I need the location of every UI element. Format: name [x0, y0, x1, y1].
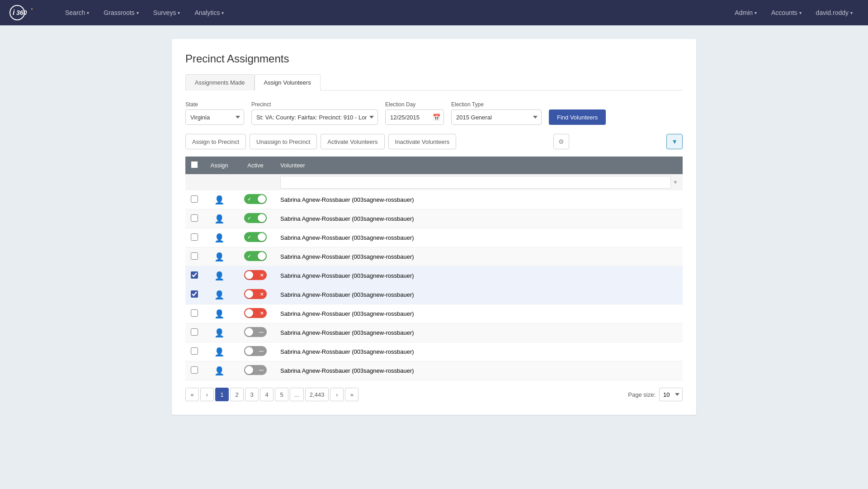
row-active-cell: ✕ — [235, 285, 276, 304]
header-assign: Assign — [203, 157, 235, 174]
tab-assignments-made[interactable]: Assignments Made — [185, 74, 255, 90]
nav-user[interactable]: david.roddy ▾ — [810, 5, 859, 20]
logo-text: i 360 ° — [9, 6, 45, 18]
row-checkbox[interactable] — [191, 366, 198, 374]
row-checkbox[interactable] — [191, 347, 198, 355]
table-row: 👤✓Sabrina Agnew-Rossbauer (003sagnew-ros… — [185, 209, 683, 228]
dash-icon: — — [259, 330, 264, 335]
election-type-select[interactable]: 2015 General — [451, 109, 542, 125]
person-icon[interactable]: 👤 — [214, 214, 224, 223]
page-card: Precinct Assignments Assignments Made As… — [172, 39, 696, 415]
person-icon[interactable]: 👤 — [214, 252, 224, 261]
election-type-label: Election Type — [451, 101, 542, 108]
pagination-next[interactable]: › — [330, 388, 344, 401]
header-volunteer: Volunteer — [276, 157, 683, 174]
row-active-cell: ✕ — [235, 266, 276, 285]
person-icon[interactable]: 👤 — [214, 347, 224, 356]
inactivate-volunteers-button[interactable]: Inactivate Volunteers — [388, 134, 457, 149]
nav-analytics[interactable]: Analytics ▾ — [188, 5, 230, 20]
pagination: « ‹ 1 2 3 4 5 ... 2,443 › » — [185, 388, 359, 401]
activate-volunteers-button[interactable]: Activate Volunteers — [321, 134, 384, 149]
volunteer-filter-input[interactable] — [280, 176, 671, 189]
active-toggle[interactable]: ✓ — [244, 251, 267, 261]
filter-icon-button[interactable]: ▼ — [666, 134, 683, 149]
pagination-page-3[interactable]: 3 — [245, 388, 259, 401]
table-row: 👤✕Sabrina Agnew-Rossbauer (003sagnew-ros… — [185, 304, 683, 323]
toggle-knob — [258, 252, 266, 260]
precinct-select[interactable]: St: VA: County: Fairfax: Precinct: 910 -… — [251, 109, 378, 125]
row-checkbox[interactable] — [191, 328, 198, 336]
row-checkbox[interactable] — [191, 271, 198, 279]
active-toggle[interactable]: ✕ — [244, 308, 267, 318]
nav-accounts[interactable]: Accounts ▾ — [765, 5, 808, 20]
find-volunteers-button[interactable]: Find Volunteers — [549, 109, 606, 125]
row-checkbox[interactable] — [191, 233, 198, 241]
person-icon[interactable]: 👤 — [214, 328, 224, 337]
nav-links: Search ▾ Grassroots ▾ Surveys ▾ Analytic… — [59, 5, 728, 20]
row-assign-cell: 👤 — [203, 323, 235, 342]
table-row: 👤—Sabrina Agnew-Rossbauer (003sagnew-ros… — [185, 361, 683, 380]
row-checkbox[interactable] — [191, 195, 198, 203]
row-checkbox[interactable] — [191, 309, 198, 317]
row-checkbox-cell — [185, 266, 203, 285]
row-assign-cell: 👤 — [203, 361, 235, 380]
navbar: i 360 ° Search ▾ Grassroots ▾ Surveys ▾ … — [0, 0, 868, 25]
row-active-cell: ✓ — [235, 209, 276, 228]
pagination-first[interactable]: « — [185, 388, 199, 401]
person-icon[interactable]: 👤 — [214, 271, 224, 280]
active-toggle[interactable]: — — [244, 327, 267, 337]
pagination-page-5[interactable]: 5 — [275, 388, 288, 401]
filter-funnel-icon: ▼ — [673, 179, 678, 185]
select-all-checkbox[interactable] — [191, 161, 198, 168]
row-checkbox[interactable] — [191, 214, 198, 222]
dash-icon: — — [259, 368, 264, 373]
row-checkbox-cell — [185, 361, 203, 380]
tab-assign-volunteers[interactable]: Assign Volunteers — [255, 74, 321, 90]
person-icon[interactable]: 👤 — [214, 309, 224, 318]
person-icon[interactable]: 👤 — [214, 366, 224, 375]
active-toggle[interactable]: — — [244, 365, 267, 375]
nav-grassroots[interactable]: Grassroots ▾ — [97, 5, 145, 20]
row-checkbox[interactable] — [191, 252, 198, 260]
header-checkbox — [185, 157, 203, 174]
person-icon[interactable]: 👤 — [214, 195, 224, 204]
precinct-label: Precinct — [251, 101, 378, 108]
nav-search[interactable]: Search ▾ — [59, 5, 95, 20]
check-icon: ✓ — [247, 197, 251, 202]
row-assign-cell: 👤 — [203, 304, 235, 323]
person-icon[interactable]: 👤 — [214, 290, 224, 299]
pagination-last-page[interactable]: 2,443 — [305, 388, 329, 401]
row-assign-cell: 👤 — [203, 285, 235, 304]
pagination-page-4[interactable]: 4 — [260, 388, 274, 401]
active-toggle[interactable]: — — [244, 346, 267, 356]
row-assign-cell: 👤 — [203, 209, 235, 228]
filter-election-type: Election Type 2015 General — [451, 101, 542, 125]
active-toggle[interactable]: ✓ — [244, 194, 267, 204]
row-active-cell: — — [235, 361, 276, 380]
page-size-label: Page size: — [628, 391, 656, 398]
person-icon[interactable]: 👤 — [214, 233, 224, 242]
assign-to-precinct-button[interactable]: Assign to Precinct — [185, 134, 246, 149]
toggle-knob — [245, 290, 253, 298]
settings-icon-button[interactable]: ⚙ — [553, 134, 569, 149]
pagination-page-1[interactable]: 1 — [215, 388, 229, 401]
pagination-prev[interactable]: ‹ — [200, 388, 214, 401]
active-toggle[interactable]: ✓ — [244, 213, 267, 223]
table-row: 👤✓Sabrina Agnew-Rossbauer (003sagnew-ros… — [185, 190, 683, 209]
active-toggle[interactable]: ✕ — [244, 270, 267, 280]
filters: State Virginia Precinct St: VA: County: … — [185, 101, 683, 125]
filter-active-cell — [235, 174, 276, 190]
brand-logo[interactable]: i 360 ° — [9, 5, 45, 21]
pagination-last[interactable]: » — [345, 388, 359, 401]
table-row: 👤✓Sabrina Agnew-Rossbauer (003sagnew-ros… — [185, 228, 683, 247]
page-size-select[interactable]: 10 25 50 100 — [659, 388, 683, 401]
nav-admin[interactable]: Admin ▾ — [728, 5, 763, 20]
active-toggle[interactable]: ✕ — [244, 289, 267, 299]
active-toggle[interactable]: ✓ — [244, 232, 267, 242]
table-row: 👤✓Sabrina Agnew-Rossbauer (003sagnew-ros… — [185, 247, 683, 266]
pagination-page-2[interactable]: 2 — [230, 388, 244, 401]
row-checkbox[interactable] — [191, 290, 198, 298]
state-select[interactable]: Virginia — [185, 109, 244, 125]
nav-surveys[interactable]: Surveys ▾ — [147, 5, 187, 20]
unassign-to-precinct-button[interactable]: Unassign to Precinct — [250, 134, 317, 149]
